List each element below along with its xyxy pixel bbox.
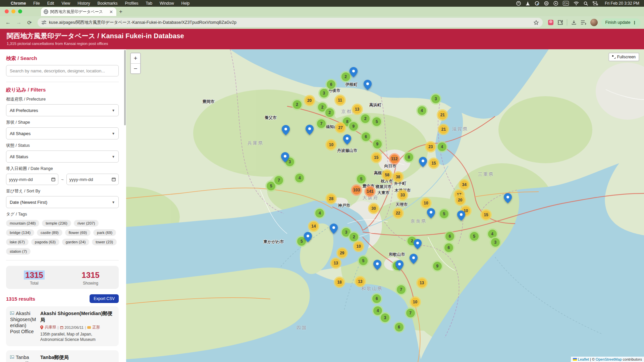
cluster-marker[interactable]: 5 [358,255,369,266]
cluster-marker[interactable]: 4 [314,207,325,219]
spotlight-search-icon[interactable] [584,1,588,6]
menubar-item-help[interactable]: Help [181,1,190,6]
cluster-marker[interactable]: 7 [395,284,407,295]
tag-pill[interactable]: station (7) [6,248,31,255]
cluster-marker[interactable]: 10 [325,139,337,150]
cluster-marker[interactable]: 29 [336,247,348,259]
chrome-menu-icon[interactable]: ⋮ [633,20,637,25]
menubar-clock[interactable]: Fri Feb 20 3:32 PM [605,1,639,6]
cluster-marker[interactable]: 2 [324,107,335,118]
cluster-marker[interactable]: 20 [304,95,315,106]
tag-pill[interactable]: mountain (248) [6,220,39,227]
minimize-window-button[interactable] [11,9,15,13]
input-source-badge[interactable]: CA [563,1,569,6]
map-pin[interactable] [504,193,512,204]
cluster-marker[interactable]: 5 [371,116,382,127]
cluster-marker[interactable]: 58 [381,169,393,181]
cluster-marker[interactable]: 6 [371,293,382,304]
cluster-marker[interactable]: 4 [416,105,428,116]
extensions-puzzle-icon[interactable] [557,20,563,25]
cluster-marker[interactable]: 28 [325,193,337,204]
map-pin[interactable] [343,134,351,145]
tag-pill[interactable]: bridge (134) [6,229,34,236]
map-pin[interactable] [330,224,338,235]
cluster-marker[interactable]: 141 [364,186,376,197]
forward-button[interactable]: → [14,18,23,27]
cluster-marker[interactable]: 18 [334,277,345,288]
cluster-marker[interactable]: 3 [379,312,391,323]
play-app-icon[interactable] [553,1,558,6]
reading-list-icon[interactable] [581,20,586,25]
osm-link[interactable]: OpenStreetMap [596,357,622,361]
date-from-input[interactable]: yyyy-mm-dd [6,174,58,185]
map-pin[interactable] [364,80,372,91]
profile-avatar[interactable] [590,19,598,26]
map[interactable]: 京都府大阪府兵庫県奈良県和歌山県三重県滋賀県四国 豊岡市養父市京丹後市伊根町高浜… [126,49,644,362]
menubar-item-profiles[interactable]: Profiles [125,1,139,6]
address-bar[interactable]: kuse.ai/pages/関西地方風景印データベース-Kansai-Fukei… [38,18,543,27]
menubar-item-edit[interactable]: Edit [47,1,54,6]
export-csv-button[interactable]: Export CSV [90,294,119,303]
result-card[interactable]: Akashi Shigosen(Meridian) Post OfficeAka… [6,306,119,346]
cluster-marker[interactable]: 2 [291,99,303,110]
fullscreen-button[interactable]: Fullscreen [608,53,639,61]
zoom-in-button[interactable]: + [131,53,140,63]
cluster-marker[interactable]: 15 [371,152,382,163]
tag-pill[interactable]: castle (89) [37,229,62,236]
map-pin[interactable] [395,260,404,271]
sort-select[interactable]: Date (Newest First)▼ [6,196,119,208]
tag-pill[interactable]: river (207) [74,220,99,227]
map-pin[interactable] [306,125,314,136]
menubar-item-history[interactable]: History [77,1,90,6]
status-select[interactable]: All Status▼ [6,150,119,163]
cluster-marker[interactable]: 4 [436,141,448,153]
cluster-marker[interactable]: 3 [490,237,501,248]
map-pin[interactable] [414,239,422,250]
cluster-marker[interactable]: 23 [425,141,436,153]
scrollbar-thumb[interactable] [124,50,126,125]
zoom-window-button[interactable] [18,9,22,13]
cluster-marker[interactable]: 103 [351,184,362,196]
downloads-icon[interactable] [571,20,577,25]
bookmark-star-icon[interactable] [534,20,539,25]
calendar-icon[interactable] [112,177,116,181]
prefecture-select[interactable]: All Prefectures▼ [6,104,119,116]
menubar-item-tab[interactable]: Tab [146,1,152,6]
cluster-marker[interactable]: 33 [397,189,408,201]
cluster-marker[interactable]: 9 [432,260,443,272]
tag-pill[interactable]: pagoda (63) [31,239,59,245]
menubar-item-chrome[interactable]: Chrome [11,1,26,6]
map-pin[interactable] [350,67,358,78]
zoom-out-button[interactable]: − [131,63,140,73]
calendar-icon[interactable] [51,177,55,181]
cluster-marker[interactable]: 21 [437,109,448,121]
cluster-marker[interactable]: 13 [416,277,428,289]
cluster-marker[interactable]: 6 [360,131,372,142]
finish-update-button[interactable]: Finish update ⋮ [601,18,641,27]
sidebar-scrollbar[interactable] [124,49,126,362]
cluster-marker[interactable]: 112 [389,153,400,165]
pinned-extension-icon[interactable] [548,20,553,25]
map-pin[interactable] [304,232,312,243]
cluster-marker[interactable]: 11 [334,95,346,106]
cluster-marker[interactable]: 10 [410,296,421,308]
new-tab-button[interactable]: + [116,7,125,16]
menubar-item-file[interactable]: File [33,1,40,6]
leaflet-link[interactable]: Leaflet [578,357,589,361]
cluster-marker[interactable]: 6 [393,321,405,333]
search-input[interactable] [6,65,119,76]
cluster-marker[interactable]: 21 [438,124,449,135]
cluster-marker[interactable]: 13 [330,257,341,269]
cluster-marker[interactable]: 22 [392,207,404,219]
control-center-icon[interactable] [593,1,599,5]
back-button[interactable]: ← [3,18,13,27]
cluster-marker[interactable]: 3 [430,93,441,105]
cluster-marker[interactable]: 38 [392,171,404,183]
cluster-marker[interactable]: 30 [368,203,379,214]
cluster-marker[interactable]: 7 [316,118,327,129]
cluster-marker[interactable]: 9 [348,121,359,132]
cluster-marker[interactable]: 5 [469,231,480,242]
tag-pill[interactable]: tower (23) [92,239,117,245]
cluster-marker[interactable]: 15 [480,209,492,221]
reload-button[interactable]: ⟳ [25,18,34,27]
